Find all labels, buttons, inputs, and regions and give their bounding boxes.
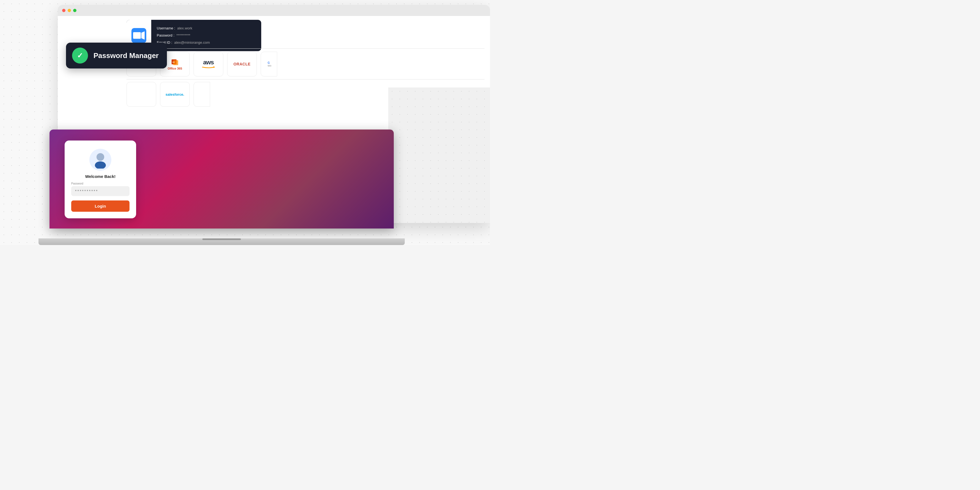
password-label: Password : [157, 33, 174, 37]
browser-maximize-dot [73, 9, 76, 12]
svg-rect-1 [133, 32, 141, 39]
password-manager-badge: ✓ Password Manager [66, 43, 167, 68]
aws-container: aws [202, 59, 215, 69]
check-circle: ✓ [72, 48, 88, 64]
divider-2 [126, 79, 485, 80]
username-label: Username : [157, 26, 175, 30]
oracle-tile[interactable]: ORACLE [227, 52, 257, 76]
partial-tile: G Wo [261, 52, 277, 76]
welcome-text: Welcome Back! [85, 174, 116, 179]
right-dot-panel [388, 88, 490, 223]
pm-label: Password Manager [94, 51, 159, 60]
office365-text: Of Office 365 [168, 58, 182, 70]
oracle-text: ORACLE [234, 62, 250, 66]
browser-top-bar [58, 5, 490, 16]
empty-tile-1 [126, 82, 156, 107]
svg-text:Of: Of [172, 61, 175, 63]
laptop-notch [202, 239, 241, 240]
aws-tile[interactable]: aws [194, 52, 223, 76]
laptop-base [38, 239, 405, 245]
laptop-mockup: Welcome Back! Password Login [49, 129, 394, 245]
zoom-username-row: Username : alex.work [157, 25, 210, 32]
zoom-icon [131, 28, 146, 43]
login-card: Welcome Back! Password Login [65, 140, 136, 218]
partial-text: G Wo [266, 61, 271, 67]
svg-point-7 [97, 153, 104, 161]
partial-tile-2 [194, 82, 210, 107]
password-input[interactable] [71, 186, 129, 196]
office365-icon: Of [171, 58, 179, 66]
password-label: Password [71, 182, 129, 185]
password-field-group: Password [71, 182, 129, 196]
office365-label: Office 365 [168, 67, 182, 70]
login-button[interactable]: Login [71, 200, 129, 212]
salesforce-text: salesforce. [165, 92, 184, 97]
email-value: alex@miniorange.com [174, 40, 210, 45]
laptop-screen: Welcome Back! Password Login [49, 129, 394, 229]
username-value: alex.work [177, 26, 192, 30]
avatar-container [89, 149, 111, 171]
browser-close-dot [62, 9, 65, 12]
aws-arrow [202, 65, 215, 69]
divider-1 [126, 48, 485, 49]
user-avatar [92, 151, 109, 169]
svg-marker-6 [213, 66, 215, 68]
password-value: ********** [177, 33, 191, 37]
svg-marker-2 [142, 31, 145, 40]
scene: Username : alex.work Password : ********… [0, 0, 490, 245]
zoom-password-row: Password : ********** [157, 32, 210, 39]
app-grid-row1: Google Workspace Of Office 365 [126, 52, 485, 76]
browser-minimize-dot [68, 9, 71, 12]
salesforce-tile[interactable]: salesforce. [160, 82, 190, 107]
svg-point-8 [95, 161, 106, 169]
checkmark-icon: ✓ [77, 51, 83, 60]
